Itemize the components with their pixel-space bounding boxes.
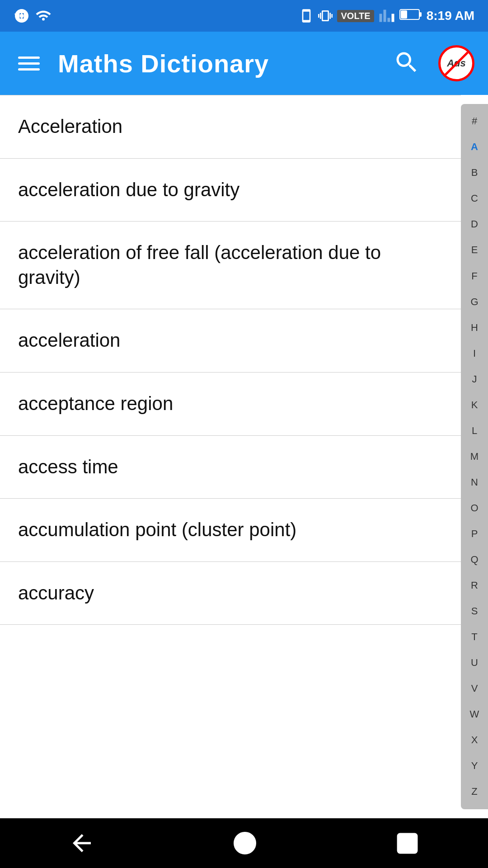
list-item[interactable]: acceptance region — [0, 373, 461, 436]
item-text: acceptance region — [18, 393, 173, 414]
alpha-letter-n[interactable]: N — [469, 476, 480, 489]
search-icon — [393, 49, 420, 76]
svg-point-1 — [42, 18, 45, 21]
status-bar-left — [14, 8, 52, 24]
alpha-letter-w[interactable]: W — [468, 708, 481, 721]
alpha-letter-k[interactable]: K — [469, 398, 480, 412]
list-item[interactable]: acceleration due to gravity — [0, 159, 461, 222]
battery-text — [399, 8, 422, 24]
home-button[interactable] — [222, 821, 267, 866]
list-item[interactable]: Acceleration — [0, 95, 461, 159]
volte-badge: VOLTE — [337, 10, 374, 22]
dictionary-list[interactable]: Acceleration acceleration due to gravity… — [0, 95, 461, 818]
item-text: Acceleration — [18, 116, 122, 137]
item-text: access time — [18, 456, 118, 477]
alpha-letter-t[interactable]: T — [469, 630, 479, 644]
alpha-letter-q[interactable]: Q — [469, 553, 480, 566]
home-icon — [231, 830, 258, 857]
item-text: acceleration — [18, 330, 120, 351]
item-text: accumulation point (cluster point) — [18, 519, 296, 540]
alpha-letter-d[interactable]: D — [469, 217, 480, 231]
alpha-letter-f[interactable]: F — [469, 269, 479, 283]
menu-button[interactable] — [14, 52, 44, 75]
time-display: 8:19 AM — [427, 9, 474, 23]
hamburger-line-3 — [18, 68, 40, 71]
alpha-letter-s[interactable]: S — [469, 604, 480, 618]
status-bar: VOLTE 8:19 AM — [0, 0, 488, 32]
item-text: acceleration of free fall (acceleration … — [18, 242, 381, 288]
svg-point-5 — [235, 833, 255, 854]
alpha-letter-m[interactable]: M — [469, 450, 480, 463]
alpha-letter-y[interactable]: Y — [469, 759, 480, 773]
signal-bars-icon — [379, 8, 395, 24]
list-item[interactable]: acceleration of free fall (acceleration … — [0, 222, 461, 309]
alpha-letter-a[interactable]: A — [469, 140, 480, 154]
item-text: accuracy — [18, 582, 94, 604]
ads-block-button[interactable]: Ads — [438, 45, 474, 81]
list-item[interactable]: accuracy — [0, 562, 461, 625]
alpha-letter-i[interactable]: I — [471, 347, 478, 360]
signal-1-icon — [35, 8, 52, 24]
alpha-letter-b[interactable]: B — [469, 166, 480, 179]
alpha-letter-g[interactable]: G — [469, 295, 480, 309]
alpha-letter-o[interactable]: O — [469, 501, 480, 515]
back-icon — [68, 830, 95, 857]
alpha-letter-e[interactable]: E — [469, 243, 480, 257]
alpha-letter-h[interactable]: H — [469, 321, 480, 335]
main-content: Acceleration acceleration due to gravity… — [0, 95, 488, 818]
alphabet-index: #ABCDEFGHIJKLMNOPQRSTUVWXYZ — [461, 104, 488, 809]
alpha-letter-r[interactable]: R — [469, 579, 480, 592]
back-button[interactable] — [59, 821, 104, 866]
hamburger-line-2 — [18, 62, 40, 65]
recents-button[interactable] — [386, 822, 429, 865]
phone-icon — [299, 9, 314, 23]
list-item[interactable]: acceleration — [0, 309, 461, 373]
recents-icon — [395, 831, 420, 856]
alpha-letter-z[interactable]: Z — [469, 785, 479, 798]
svg-rect-6 — [398, 834, 417, 852]
alpha-letter-x[interactable]: X — [469, 733, 480, 747]
app-bar: Maths Dictionary Ads — [0, 32, 488, 95]
svg-rect-3 — [419, 12, 422, 17]
alpha-letter-u[interactable]: U — [469, 656, 480, 670]
hotspot-icon — [14, 8, 30, 24]
vibrate-icon — [318, 9, 333, 23]
status-bar-right: VOLTE 8:19 AM — [299, 8, 474, 24]
list-item[interactable]: accumulation point (cluster point) — [0, 499, 461, 562]
alpha-letter-p[interactable]: P — [469, 527, 480, 541]
alpha-letter-v[interactable]: V — [469, 682, 480, 695]
svg-rect-4 — [401, 10, 407, 19]
search-button[interactable] — [389, 44, 425, 82]
svg-point-0 — [20, 14, 24, 18]
alpha-letter-j[interactable]: J — [470, 373, 479, 386]
item-text: acceleration due to gravity — [18, 179, 239, 200]
nav-bar — [0, 818, 488, 868]
list-item[interactable]: access time — [0, 436, 461, 499]
app-title: Maths Dictionary — [58, 49, 375, 78]
alpha-letter-c[interactable]: C — [469, 192, 480, 205]
battery-icon — [399, 8, 422, 21]
hamburger-line-1 — [18, 57, 40, 59]
alpha-letter-#[interactable]: # — [470, 114, 479, 128]
alpha-letter-l[interactable]: L — [470, 424, 479, 438]
